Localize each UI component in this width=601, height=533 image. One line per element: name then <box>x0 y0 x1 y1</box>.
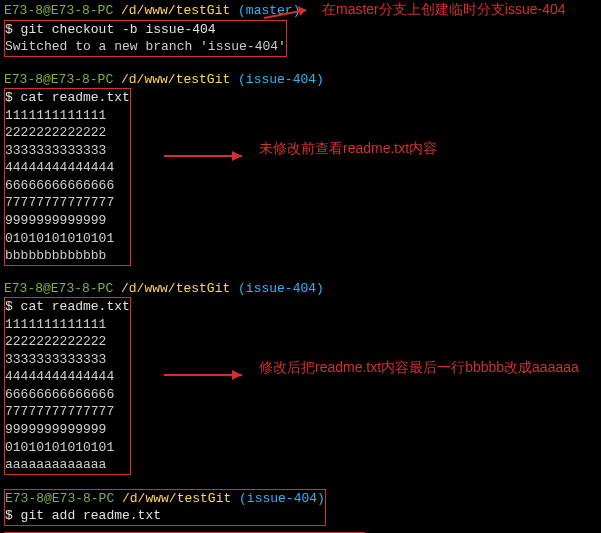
highlight-box: E73-8@E73-8-PC /d/www/testGit (issue-404… <box>4 489 326 526</box>
arrow-icon <box>164 365 254 385</box>
file-line: 66666666666666 <box>5 177 130 195</box>
prompt-path: /d/www/testGit <box>113 281 230 296</box>
prompt-branch: (issue-404) <box>230 281 324 296</box>
command: $ cat readme.txt <box>5 298 130 316</box>
file-line: 9999999999999 <box>5 421 130 439</box>
annotation-text: 未修改前查看readme.txt内容 <box>259 139 437 158</box>
command: $ cat readme.txt <box>5 89 130 107</box>
file-line: 44444444444444 <box>5 159 130 177</box>
file-line: 9999999999999 <box>5 212 130 230</box>
annotation-text: 修改后把readme.txt内容最后一行bbbbb改成aaaaaa <box>259 358 579 377</box>
file-line: 66666666666666 <box>5 386 130 404</box>
svg-marker-3 <box>232 151 242 161</box>
file-line: 77777777777777 <box>5 194 130 212</box>
command: $ git checkout -b issue-404 <box>5 21 286 39</box>
file-line: 2222222222222 <box>5 333 130 351</box>
file-line: 3333333333333 <box>5 351 130 369</box>
command: $ git add readme.txt <box>5 507 325 525</box>
file-line: 01010101010101 <box>5 439 130 457</box>
highlight-box: $ cat readme.txt 1111111111111 222222222… <box>4 297 131 474</box>
svg-marker-5 <box>232 370 242 380</box>
prompt-host: E73-8@E73-8-PC <box>4 281 113 296</box>
prompt-path: /d/www/testGit <box>114 491 231 506</box>
prompt-host: E73-8@E73-8-PC <box>5 491 114 506</box>
highlight-box: $ git checkout -b issue-404 Switched to … <box>4 20 287 57</box>
file-line: 3333333333333 <box>5 142 130 160</box>
file-line: 1111111111111 <box>5 107 130 125</box>
prompt-line: E73-8@E73-8-PC /d/www/testGit (issue-404… <box>4 71 597 89</box>
highlight-box: $ cat readme.txt 1111111111111 222222222… <box>4 88 131 265</box>
prompt-line: E73-8@E73-8-PC /d/www/testGit (issue-404… <box>4 280 597 298</box>
prompt-branch: (issue-404) <box>231 491 325 506</box>
prompt-branch: (issue-404) <box>230 72 324 87</box>
file-line: bbbbbbbbbbbbb <box>5 247 130 265</box>
file-line: aaaaaaaaaaaaa <box>5 456 130 474</box>
file-line: 01010101010101 <box>5 230 130 248</box>
annotation-text: 在master分支上创建临时分支issue-404 <box>322 0 566 19</box>
prompt-path: /d/www/testGit <box>113 72 230 87</box>
file-line: 44444444444444 <box>5 368 130 386</box>
prompt-branch: (master) <box>230 3 300 18</box>
prompt-host: E73-8@E73-8-PC <box>4 3 113 18</box>
file-line: 1111111111111 <box>5 316 130 334</box>
prompt-line: E73-8@E73-8-PC /d/www/testGit (issue-404… <box>5 490 325 508</box>
terminal-window[interactable]: E73-8@E73-8-PC /d/www/testGit (master) $… <box>0 0 601 533</box>
prompt-host: E73-8@E73-8-PC <box>4 72 113 87</box>
file-line: 77777777777777 <box>5 403 130 421</box>
arrow-icon <box>164 146 254 166</box>
output-line: Switched to a new branch 'issue-404' <box>5 38 286 56</box>
prompt-path: /d/www/testGit <box>113 3 230 18</box>
file-line: 2222222222222 <box>5 124 130 142</box>
